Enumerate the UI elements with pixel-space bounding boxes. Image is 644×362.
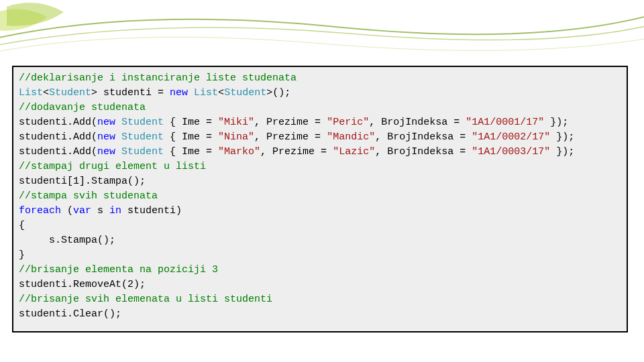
code-line: //deklarisanje i instanciranje liste stu… xyxy=(19,71,621,86)
decorative-swoosh xyxy=(0,0,644,54)
code-line: //dodavanje studenata xyxy=(19,101,621,115)
code-line: studenti.Add(new Student { Ime = "Miki",… xyxy=(19,115,621,130)
code-line: //brisanje elementa na poziciji 3 xyxy=(19,263,621,278)
code-line: //brisanje svih elemenata u listi studen… xyxy=(19,292,621,307)
code-line: { xyxy=(19,219,621,233)
code-line: studenti.Add(new Student { Ime = "Marko"… xyxy=(19,145,621,160)
code-line: //stampa svih studenata xyxy=(19,189,621,204)
code-line: studenti[1].Stampa(); xyxy=(19,174,621,189)
code-line: List<Student> studenti = new List<Studen… xyxy=(19,86,621,101)
code-line: studenti.RemoveAt(2); xyxy=(19,278,621,292)
code-line: studenti.Clear(); xyxy=(19,307,621,322)
code-line: s.Stampa(); xyxy=(19,233,621,248)
code-line: //stampaj drugi element u listi xyxy=(19,160,621,174)
code-line: foreach (var s in studenti) xyxy=(19,204,621,219)
code-block: //deklarisanje i instanciranje liste stu… xyxy=(12,66,628,333)
code-line: } xyxy=(19,248,621,263)
code-line: studenti.Add(new Student { Ime = "Nina",… xyxy=(19,130,621,145)
